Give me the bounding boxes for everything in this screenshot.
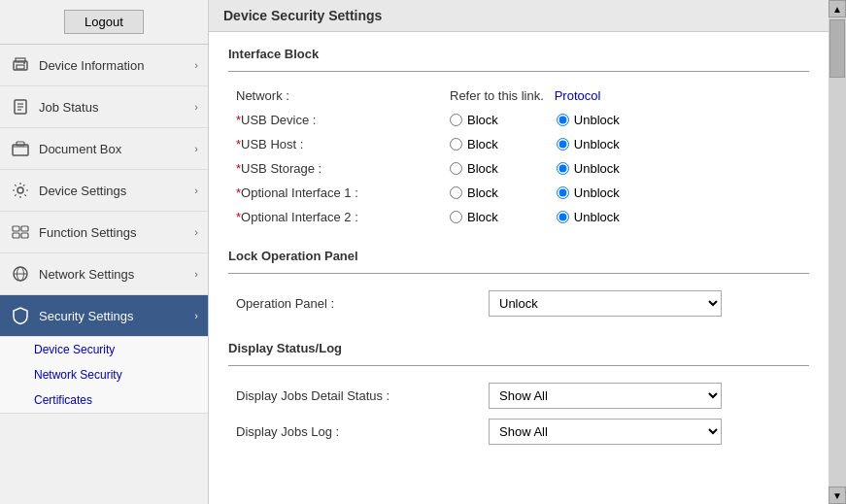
usb-storage-block-label[interactable]: Block (450, 161, 498, 176)
svg-rect-11 (13, 226, 19, 231)
usb-storage-block-text: Block (467, 161, 498, 176)
content-area: Interface Block Network : Refer to this … (209, 32, 829, 484)
usb-storage-block-radio[interactable] (450, 162, 462, 175)
usb-storage-radios: Block Unblock (442, 156, 809, 181)
function-settings-icon (10, 221, 31, 243)
usb-host-unblock-radio[interactable] (557, 138, 569, 151)
opt1-unblock-label[interactable]: Unblock (557, 185, 620, 200)
opt1-block-text: Block (467, 185, 498, 200)
document-box-icon (10, 138, 31, 159)
sub-item-network-security[interactable]: Network Security (0, 362, 208, 387)
display-status-log-section: Display Status/Log Display Jobs Detail S… (228, 341, 809, 450)
table-row: Display Jobs Log : Show All Hide All Job… (228, 414, 809, 450)
svg-rect-1 (16, 58, 25, 62)
chevron-right-icon: › (194, 59, 198, 71)
usb-device-block-label[interactable]: Block (450, 113, 498, 127)
table-row: *USB Host : Block Unblock (228, 132, 809, 156)
usb-host-block-text: Block (467, 137, 498, 151)
chevron-right-icon: › (194, 268, 198, 280)
opt2-unblock-text: Unblock (574, 210, 620, 224)
network-row: Network : Refer to this link. Protocol (228, 84, 809, 108)
usb-host-block-label[interactable]: Block (450, 137, 498, 151)
opt1-block-label[interactable]: Block (450, 185, 498, 200)
sidebar: Logout Device Information › Job Status ›… (0, 0, 209, 504)
svg-rect-14 (21, 233, 28, 238)
network-settings-icon (10, 263, 31, 285)
usb-device-unblock-label[interactable]: Unblock (557, 113, 620, 127)
scroll-up-arrow[interactable]: ▲ (829, 0, 846, 17)
asterisk-icon: * (236, 137, 241, 151)
usb-storage-label: *USB Storage : (228, 156, 442, 181)
scroll-down-arrow[interactable]: ▼ (829, 487, 846, 504)
opt1-block-radio[interactable] (450, 186, 462, 199)
logout-area: Logout (0, 0, 208, 45)
opt2-block-radio[interactable] (450, 211, 462, 223)
table-row: *USB Device : Block Unblock (228, 108, 809, 132)
display-jobs-detail-select-cell: Show All Hide All Job Only (481, 378, 809, 414)
sidebar-item-device-settings[interactable]: Device Settings › (0, 170, 208, 212)
sidebar-item-security-settings[interactable]: Security Settings › (0, 295, 208, 337)
opt1-unblock-text: Unblock (574, 185, 620, 200)
interface-block-section: Interface Block Network : Refer to this … (228, 47, 809, 229)
svg-rect-13 (13, 233, 19, 238)
usb-host-unblock-text: Unblock (574, 137, 620, 151)
sub-item-device-security[interactable]: Device Security (0, 337, 208, 362)
usb-host-block-radio[interactable] (450, 138, 462, 151)
chevron-right-icon: › (194, 143, 198, 154)
network-value: Refer to this link. Protocol (442, 84, 809, 108)
interface-block-table: Network : Refer to this link. Protocol *… (228, 84, 809, 229)
scroll-thumb[interactable] (829, 19, 845, 78)
logout-button[interactable]: Logout (64, 10, 144, 34)
svg-point-10 (17, 187, 23, 193)
sidebar-label-function-settings: Function Settings (39, 225, 136, 240)
opt2-block-text: Block (467, 210, 498, 224)
chevron-right-icon: › (194, 185, 198, 196)
network-label: Network : (228, 84, 442, 108)
optional-interface-2-radios: Block Unblock (442, 205, 809, 229)
operation-panel-select-cell: Unlock Lock (481, 286, 809, 321)
table-row: Operation Panel : Unlock Lock (228, 286, 809, 321)
lock-operation-panel-title: Lock Operation Panel (228, 249, 809, 263)
sidebar-item-function-settings[interactable]: Function Settings › (0, 212, 208, 253)
display-status-table: Display Jobs Detail Status : Show All Hi… (228, 378, 809, 450)
sidebar-item-device-information[interactable]: Device Information › (0, 45, 208, 86)
asterisk-icon: * (236, 113, 241, 127)
opt2-unblock-radio[interactable] (557, 211, 569, 223)
job-icon (10, 96, 31, 118)
usb-device-block-radio[interactable] (450, 114, 462, 126)
display-jobs-detail-label: Display Jobs Detail Status : (228, 378, 481, 414)
table-row: *Optional Interface 1 : Block Unbl (228, 181, 809, 205)
sidebar-item-job-status[interactable]: Job Status › (0, 86, 208, 128)
chevron-down-icon: › (194, 310, 198, 321)
display-jobs-detail-select[interactable]: Show All Hide All Job Only (489, 383, 722, 409)
printer-icon (10, 54, 31, 76)
sidebar-label-device-information: Device Information (39, 58, 144, 73)
usb-storage-unblock-label[interactable]: Unblock (557, 161, 620, 176)
display-jobs-log-select[interactable]: Show All Hide All Job Only (489, 419, 722, 445)
sidebar-item-document-box[interactable]: Document Box › (0, 128, 208, 170)
protocol-link[interactable]: Protocol (555, 88, 601, 103)
operation-panel-select[interactable]: Unlock Lock (489, 290, 722, 317)
usb-storage-unblock-text: Unblock (574, 161, 620, 176)
table-row: Display Jobs Detail Status : Show All Hi… (228, 378, 809, 414)
interface-block-title: Interface Block (228, 47, 809, 61)
operation-panel-label: Operation Panel : (228, 286, 481, 321)
opt2-block-label[interactable]: Block (450, 210, 498, 224)
sidebar-label-document-box: Document Box (39, 142, 121, 156)
asterisk-icon: * (236, 185, 241, 200)
lock-operation-table: Operation Panel : Unlock Lock (228, 286, 809, 321)
sidebar-label-job-status: Job Status (39, 100, 98, 115)
section-divider-3 (228, 365, 809, 366)
usb-device-block-text: Block (467, 113, 498, 127)
optional-interface-2-label: *Optional Interface 2 : (228, 205, 442, 229)
opt1-unblock-radio[interactable] (557, 186, 569, 199)
refer-text: Refer to this link. (450, 88, 544, 103)
opt2-unblock-label[interactable]: Unblock (557, 210, 620, 224)
sidebar-item-network-settings[interactable]: Network Settings › (0, 253, 208, 295)
usb-device-unblock-radio[interactable] (557, 114, 569, 126)
sub-item-certificates[interactable]: Certificates (0, 387, 208, 413)
section-divider-2 (228, 273, 809, 274)
usb-storage-unblock-radio[interactable] (557, 162, 569, 175)
section-divider-1 (228, 71, 809, 72)
usb-host-unblock-label[interactable]: Unblock (557, 137, 620, 151)
